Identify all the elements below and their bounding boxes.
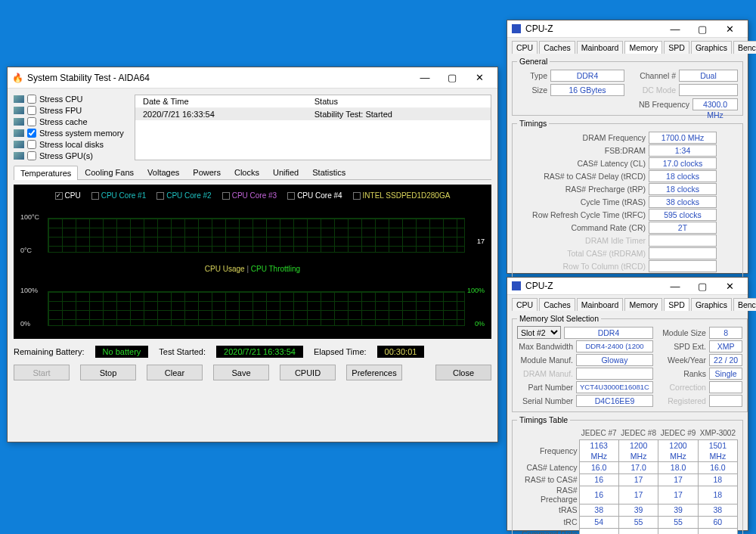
cpuz2-title: CPU-Z bbox=[525, 281, 553, 291]
cpuz-spd-window: CPU-Z — ▢ ✕ CPU Caches Mainboard Memory … bbox=[507, 277, 748, 531]
general-group: General TypeDDR4 Channel #Dual Size16 GB… bbox=[512, 57, 743, 116]
usage-r-100: 100% bbox=[467, 287, 485, 294]
tab-voltages[interactable]: Voltages bbox=[141, 165, 186, 179]
tab-spd[interactable]: SPD bbox=[664, 298, 689, 311]
cpuz-icon bbox=[512, 281, 521, 290]
mem-size: 16 GBytes bbox=[550, 84, 624, 96]
preferences-button[interactable]: Preferences bbox=[346, 365, 402, 380]
stress-memory[interactable]: Stress system memory bbox=[14, 129, 127, 138]
usage-y-0: 0% bbox=[20, 320, 30, 328]
minimize-button[interactable]: — bbox=[411, 70, 438, 86]
minimize-button[interactable]: — bbox=[662, 20, 689, 37]
legend-core2[interactable]: CPU Core #2 bbox=[166, 191, 211, 200]
legend-core3[interactable]: CPU Core #3 bbox=[232, 191, 277, 200]
log-table[interactable]: Date & Time Status 2020/7/21 16:33:54 St… bbox=[135, 95, 491, 160]
tab-unified[interactable]: Unified bbox=[266, 165, 305, 179]
maximize-button[interactable]: ▢ bbox=[689, 20, 716, 37]
legend-core4[interactable]: CPU Core #4 bbox=[297, 191, 342, 200]
stress-fpu[interactable]: Stress FPU bbox=[14, 106, 127, 115]
tab-caches[interactable]: Caches bbox=[539, 298, 575, 311]
cpuz1-title: CPU-Z bbox=[525, 23, 553, 34]
stress-gpu[interactable]: Stress GPU(s) bbox=[14, 151, 127, 160]
temperature-graph: CPU CPU Core #1 CPU Core #2 CPU Core #3 … bbox=[17, 189, 488, 261]
aida-tabs: Temperatures Cooling Fans Voltages Power… bbox=[14, 165, 491, 180]
dram-frequency: 1700.0 MHz bbox=[649, 132, 717, 144]
cpuz1-tabs: CPU Caches Mainboard Memory SPD Graphics… bbox=[512, 41, 743, 54]
legend-cpu[interactable]: CPU bbox=[65, 191, 81, 200]
timings-table: JEDEC #7JEDEC #8JEDEC #9XMP-3002 Frequen… bbox=[517, 427, 738, 534]
tab-memory[interactable]: Memory bbox=[624, 41, 662, 54]
stress-options: Stress CPU Stress FPU Stress cache Stres… bbox=[14, 95, 127, 160]
stop-button[interactable]: Stop bbox=[80, 365, 136, 380]
tab-spd[interactable]: SPD bbox=[664, 41, 689, 54]
close-button[interactable]: ✕ bbox=[716, 278, 743, 294]
minimize-button[interactable]: — bbox=[662, 278, 689, 294]
tab-cpu[interactable]: CPU bbox=[512, 41, 538, 54]
aida-titlebar[interactable]: 🔥 System Stability Test - AIDA64 — ▢ ✕ bbox=[8, 67, 497, 88]
usage-graph: CPU Usage | CPU Throttling 100% 0% 100% … bbox=[17, 262, 488, 334]
start-button[interactable]: Start bbox=[14, 365, 70, 380]
elapsed-value: 00:30:01 bbox=[377, 346, 425, 358]
usage-r-0: 0% bbox=[475, 320, 485, 328]
tab-mainboard[interactable]: Mainboard bbox=[577, 41, 624, 54]
aida-close-button[interactable]: Close bbox=[435, 365, 491, 380]
log-col-date[interactable]: Date & Time bbox=[135, 95, 307, 108]
maximize-button[interactable]: ▢ bbox=[689, 278, 716, 294]
tab-memory[interactable]: Memory bbox=[624, 298, 662, 311]
close-button[interactable]: ✕ bbox=[716, 20, 743, 37]
cpuid-button[interactable]: CPUID bbox=[280, 365, 336, 380]
tab-powers[interactable]: Powers bbox=[186, 165, 228, 179]
timings-table-group: Timings Table JEDEC #7JEDEC #8JEDEC #9XM… bbox=[512, 415, 743, 534]
battery-label: Remaining Battery: bbox=[14, 347, 85, 356]
throttling-header: CPU Throttling bbox=[251, 265, 300, 273]
log-col-status[interactable]: Status bbox=[307, 95, 491, 108]
stress-disks[interactable]: Stress local disks bbox=[14, 140, 127, 149]
close-button[interactable]: ✕ bbox=[466, 70, 493, 86]
cpuz2-tabs: CPU Caches Mainboard Memory SPD Graphics… bbox=[512, 298, 743, 311]
tab-cpu[interactable]: CPU bbox=[512, 298, 538, 311]
legend-core1[interactable]: CPU Core #1 bbox=[101, 191, 146, 200]
tab-graphics[interactable]: Graphics bbox=[691, 298, 732, 311]
cpuz2-titlebar[interactable]: CPU-Z — ▢ ✕ bbox=[507, 278, 748, 295]
cpuz-memory-window: CPU-Z — ▢ ✕ CPU Caches Mainboard Memory … bbox=[507, 20, 748, 274]
dc-mode bbox=[679, 84, 738, 96]
status-row: Remaining Battery: No battery Test Start… bbox=[14, 343, 491, 358]
command-rate: 2T bbox=[649, 222, 717, 234]
trfc: 595 clocks bbox=[649, 209, 717, 221]
log-row[interactable]: 2020/7/21 16:33:54 Stability Test: Start… bbox=[135, 108, 491, 121]
tab-bench[interactable]: Bench bbox=[733, 298, 756, 311]
aida64-window: 🔥 System Stability Test - AIDA64 — ▢ ✕ S… bbox=[7, 67, 498, 442]
cpuz-icon bbox=[512, 24, 521, 33]
stress-cache[interactable]: Stress cache bbox=[14, 117, 127, 126]
trcd: 18 clocks bbox=[649, 170, 717, 182]
tab-caches[interactable]: Caches bbox=[539, 41, 575, 54]
legend-ssd[interactable]: INTEL SSDPED1D280GA bbox=[363, 191, 451, 200]
cas-latency: 17.0 clocks bbox=[649, 157, 717, 169]
temp-y-0: 0°C bbox=[20, 247, 32, 254]
tab-mainboard[interactable]: Mainboard bbox=[577, 298, 624, 311]
spd-ext: XMP 2.0 bbox=[709, 340, 742, 352]
module-manuf: Gloway bbox=[576, 354, 653, 366]
tab-cooling-fans[interactable]: Cooling Fans bbox=[78, 165, 141, 179]
ranks: Single bbox=[709, 368, 742, 380]
slot-select[interactable]: Slot #2 bbox=[517, 326, 561, 339]
clear-button[interactable]: Clear bbox=[147, 365, 203, 380]
tab-graphics[interactable]: Graphics bbox=[691, 41, 732, 54]
save-button[interactable]: Save bbox=[213, 365, 269, 380]
tab-temperatures[interactable]: Temperatures bbox=[14, 166, 78, 180]
fsb-dram: 1:34 bbox=[649, 144, 717, 157]
tras: 38 clocks bbox=[649, 196, 717, 208]
temp-y-100: 100°C bbox=[20, 213, 39, 221]
nb-frequency: 4300.0 MHz bbox=[692, 98, 738, 110]
tab-bench[interactable]: Bench bbox=[733, 41, 756, 54]
serial-number: D4C16EE9 bbox=[576, 395, 653, 407]
mem-type: DDR4 bbox=[550, 70, 624, 82]
cpuz1-titlebar[interactable]: CPU-Z — ▢ ✕ bbox=[507, 20, 748, 38]
temp-readout: 17 bbox=[477, 238, 485, 245]
timings-group: Timings DRAM Frequency1700.0 MHz FSB:DRA… bbox=[512, 119, 743, 278]
tab-clocks[interactable]: Clocks bbox=[228, 165, 266, 179]
maximize-button[interactable]: ▢ bbox=[438, 70, 466, 86]
part-number: YCT4U3000E16081C bbox=[576, 381, 653, 393]
stress-cpu[interactable]: Stress CPU bbox=[14, 95, 127, 104]
tab-statistics[interactable]: Statistics bbox=[305, 165, 352, 179]
